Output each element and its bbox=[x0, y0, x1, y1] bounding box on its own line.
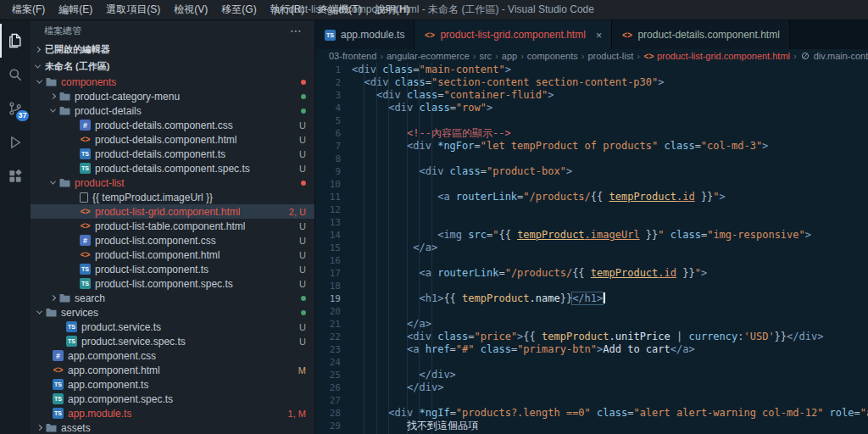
code-line-21[interactable]: 21 </a> bbox=[315, 318, 868, 331]
tree-file-product-list.component.css[interactable]: #product-list.component.cssU bbox=[31, 233, 314, 248]
code-editor[interactable]: 1<div class="main-content">2 <div class=… bbox=[315, 63, 868, 434]
menu-終端機(T)[interactable]: 終端機(T) bbox=[311, 0, 368, 19]
git-status-dot bbox=[301, 310, 306, 315]
html-file-icon: <> bbox=[80, 206, 91, 217]
workspace-section[interactable]: 未命名 (工作區) bbox=[31, 58, 314, 75]
code-line-25[interactable]: 25 </div> bbox=[315, 369, 868, 381]
tree-folder-product-details[interactable]: product-details bbox=[31, 103, 314, 118]
breadcrumb-product-list[interactable]: product-list bbox=[587, 51, 633, 61]
code-line-5[interactable]: 5 bbox=[315, 114, 868, 127]
breadcrumb-product-list-grid.component.html[interactable]: <>product-list-grid.component.html bbox=[643, 51, 790, 62]
tree-folder-components[interactable]: components bbox=[31, 75, 314, 89]
chevron-right-icon bbox=[35, 46, 41, 52]
git-status-badge: U bbox=[299, 279, 306, 289]
code-text: <div class="main-content"> bbox=[352, 64, 511, 76]
code-line-14[interactable]: 14 <img src="{{ tempProduct.imageUrl }}"… bbox=[315, 229, 868, 242]
tree-file-product-details.component.html[interactable]: <>product-details.component.htmlU bbox=[31, 132, 314, 147]
tree-file-product-list.component.html[interactable]: <>product-list.component.htmlU bbox=[31, 248, 314, 262]
tree-file-product-details.component.ts[interactable]: TSproduct-details.component.tsU bbox=[31, 147, 314, 161]
code-line-10[interactable]: 10 bbox=[315, 178, 868, 191]
breadcrumb-angular-ecommerce[interactable]: angular-ecommerce bbox=[387, 51, 470, 61]
tree-file-product-list-grid.component.html[interactable]: <>product-list-grid.component.html2, U bbox=[31, 204, 314, 219]
code-line-7[interactable]: 7 <div *ngFor="let tempProduct of produc… bbox=[315, 140, 868, 153]
code-line-15[interactable]: 15 </a> bbox=[315, 242, 868, 254]
css-file-icon: # bbox=[53, 350, 64, 361]
run-debug-icon[interactable] bbox=[0, 125, 31, 159]
code-line-4[interactable]: 4 <div class="row"> bbox=[315, 102, 868, 114]
code-line-27[interactable]: 27 bbox=[315, 394, 868, 407]
explorer-icon[interactable] bbox=[0, 24, 31, 58]
breadcrumb-app[interactable]: app bbox=[502, 51, 517, 61]
tree-file-product-details.component.spec.ts[interactable]: TSproduct-details.component.spec.tsU bbox=[31, 161, 314, 175]
breadcrumb-src[interactable]: src bbox=[479, 51, 492, 61]
breadcrumb-label: src bbox=[479, 51, 492, 61]
tree-folder-assets[interactable]: assets bbox=[31, 420, 314, 434]
tab-product-list-grid.component.html[interactable]: <>product-list-grid.component.html× bbox=[415, 20, 612, 49]
code-line-12[interactable]: 12 bbox=[315, 203, 868, 216]
code-line-8[interactable]: 8 bbox=[315, 153, 868, 165]
code-line-2[interactable]: 2 <div class="section-content section-co… bbox=[315, 76, 868, 89]
css-file-icon: # bbox=[80, 120, 91, 131]
tree-file-{{ tempProduct.imageUrl }}[interactable]: {{ tempProduct.imageUrl }} bbox=[31, 190, 314, 204]
code-line-3[interactable]: 3 <div class="container-fluid"> bbox=[315, 89, 868, 102]
code-line-20[interactable]: 20 bbox=[315, 305, 868, 318]
tree-folder-services[interactable]: services bbox=[31, 305, 314, 320]
code-line-26[interactable]: 26 </div> bbox=[315, 381, 868, 394]
breadcrumb-div.main-content[interactable]: div.main-content bbox=[800, 51, 868, 62]
more-actions-icon[interactable]: ⋯ bbox=[290, 24, 303, 37]
editor-area: TSapp.module.ts<>product-list-grid.compo… bbox=[315, 20, 868, 434]
tree-folder-search[interactable]: search bbox=[31, 291, 314, 305]
menu-檔案(F)[interactable]: 檔案(F) bbox=[5, 0, 52, 19]
tree-file-product-details.component.css[interactable]: #product-details.component.cssU bbox=[31, 118, 314, 132]
menu-選取項目(S)[interactable]: 選取項目(S) bbox=[99, 0, 167, 19]
code-line-16[interactable]: 16 bbox=[315, 254, 868, 267]
menu-編輯(E)[interactable]: 編輯(E) bbox=[52, 0, 99, 19]
code-line-22[interactable]: 22 <div class="price">{{ tempProduct.uni… bbox=[315, 331, 868, 343]
code-line-17[interactable]: 17 <a routerLink="/products/{{ tempProdu… bbox=[315, 267, 868, 280]
menu-檢視(V)[interactable]: 檢視(V) bbox=[167, 0, 214, 19]
tree-item-label: app.module.ts bbox=[68, 408, 131, 420]
code-line-6[interactable]: 6 <!--內容區的顯示--> bbox=[315, 127, 868, 140]
tree-file-app.component.ts[interactable]: TSapp.component.ts bbox=[31, 377, 314, 392]
code-line-28[interactable]: 28 <div *ngIf="products?.length ==0" cla… bbox=[315, 407, 868, 420]
code-line-29[interactable]: 29 找不到這個品項 bbox=[315, 420, 868, 432]
tree-folder-product-list[interactable]: product-list bbox=[31, 175, 314, 190]
tree-item-label: search bbox=[75, 292, 105, 304]
close-icon[interactable]: × bbox=[596, 30, 603, 41]
breadcrumb-separator: › bbox=[581, 51, 585, 61]
code-line-19[interactable]: 19 <h1>{{ tempProduct.name}}</h1> bbox=[315, 292, 868, 305]
code-line-18[interactable]: 18 bbox=[315, 280, 868, 292]
tree-folder-product-category-menu[interactable]: product-category-menu bbox=[31, 89, 314, 103]
open-editors-section[interactable]: 已開啟的編輯器 bbox=[31, 41, 314, 58]
code-text: <img src="{{ tempProduct.imageUrl }}" cl… bbox=[352, 229, 811, 242]
tab-app.module.ts[interactable]: TSapp.module.ts bbox=[315, 20, 415, 49]
code-line-13[interactable]: 13 bbox=[315, 216, 868, 229]
source-control-icon[interactable]: 37 bbox=[0, 92, 31, 125]
tree-file-product-list.component.ts[interactable]: TSproduct-list.component.tsU bbox=[31, 262, 314, 276]
menu-說明(H)[interactable]: 說明(H) bbox=[369, 0, 417, 19]
menu-移至(G)[interactable]: 移至(G) bbox=[214, 0, 263, 19]
tree-file-product.service.ts[interactable]: TSproduct.service.tsU bbox=[31, 320, 314, 334]
breadcrumb-03-frontend[interactable]: 03-frontend bbox=[329, 51, 376, 61]
breadcrumb-components[interactable]: components bbox=[527, 51, 578, 61]
code-line-24[interactable]: 24 bbox=[315, 356, 868, 369]
code-line-1[interactable]: 1<div class="main-content"> bbox=[315, 64, 868, 76]
tree-file-app.component.spec.ts[interactable]: TSapp.component.spec.ts bbox=[31, 392, 314, 406]
code-line-23[interactable]: 23 <a href="#" class="primary-btn">Add t… bbox=[315, 343, 868, 356]
search-icon[interactable] bbox=[0, 58, 31, 92]
tree-file-app.component.css[interactable]: #app.component.css bbox=[31, 348, 314, 363]
tree-file-app.module.ts[interactable]: TSapp.module.ts1, M bbox=[31, 406, 314, 420]
tree-file-product-list-table.component.html[interactable]: <>product-list-table.component.htmlU bbox=[31, 219, 314, 233]
extensions-icon[interactable] bbox=[0, 159, 31, 193]
ts-file-icon: TS bbox=[66, 321, 77, 332]
tree-file-app.component.html[interactable]: <>app.component.htmlM bbox=[31, 363, 314, 377]
code-line-11[interactable]: 11 <a routerLink="/products/{{ tempProdu… bbox=[315, 191, 868, 203]
menu-執行(R)[interactable]: 執行(R) bbox=[264, 0, 312, 19]
tree-file-product.service.spec.ts[interactable]: TSproduct.service.spec.tsU bbox=[31, 334, 314, 348]
line-number: 16 bbox=[315, 254, 341, 267]
code-line-9[interactable]: 9 <div class="product-box"> bbox=[315, 165, 868, 178]
tree-item-label: product.service.spec.ts bbox=[81, 336, 186, 348]
tree-file-product-list.component.spec.ts[interactable]: TSproduct-list.component.spec.tsU bbox=[31, 276, 314, 291]
tab-product-details.component.html[interactable]: <>product-details.component.html bbox=[612, 20, 789, 49]
breadcrumb-label: app bbox=[502, 51, 517, 61]
